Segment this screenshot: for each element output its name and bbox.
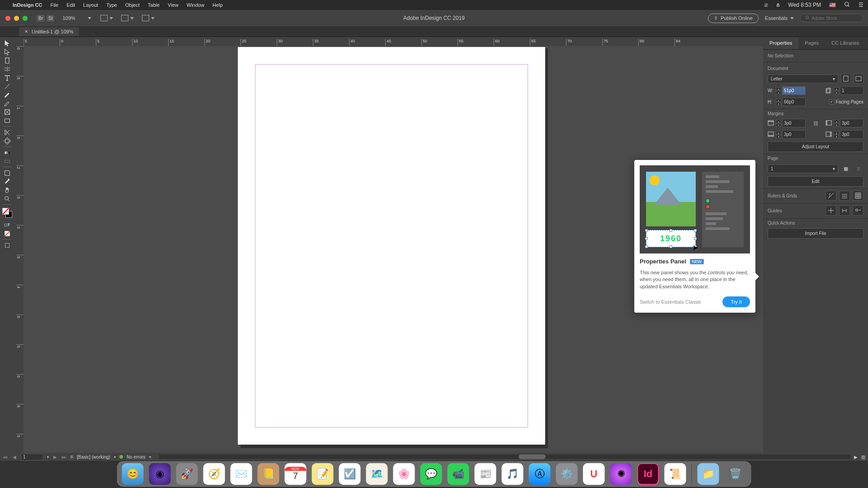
smart-guides-toggle[interactable]: [839, 206, 850, 216]
flag-icon[interactable]: 🇺🇸: [829, 2, 836, 8]
dock-settings[interactable]: ⚙️: [556, 463, 578, 485]
orientation-landscape[interactable]: [854, 74, 863, 84]
document-page[interactable]: [238, 47, 545, 445]
open-icon[interactable]: ⎘: [71, 455, 73, 460]
page-tool[interactable]: [1, 56, 14, 65]
selection-tool[interactable]: [1, 39, 14, 47]
menu-edit[interactable]: Edit: [66, 2, 75, 8]
menu-window[interactable]: Window: [187, 2, 204, 8]
height-input[interactable]: [782, 98, 806, 106]
spotlight-icon[interactable]: [844, 1, 850, 9]
try-it-button[interactable]: Try It: [722, 296, 750, 307]
direct-selection-tool[interactable]: [1, 47, 14, 56]
menu-layout[interactable]: Layout: [83, 2, 98, 8]
dock-safari[interactable]: 🧭: [203, 463, 225, 485]
apply-color-tool[interactable]: [1, 229, 14, 238]
width-input[interactable]: [782, 86, 806, 95]
new-page-button[interactable]: ▦: [841, 164, 851, 174]
dock-mail[interactable]: ✉️: [231, 463, 252, 485]
dock-app-u[interactable]: U: [583, 463, 605, 485]
menu-file[interactable]: File: [50, 2, 58, 8]
page-preset-select[interactable]: Letter▾: [768, 75, 838, 83]
snap-guides-toggle[interactable]: [853, 206, 863, 216]
margin-bottom-input[interactable]: [782, 130, 806, 139]
pen-tool[interactable]: [1, 90, 14, 99]
publish-online-button[interactable]: ⇧ Publish Online: [708, 14, 759, 23]
tab-pages[interactable]: Pages: [798, 37, 825, 49]
show-guides-toggle[interactable]: [826, 206, 836, 216]
gradient-feather-tool[interactable]: [1, 157, 14, 165]
switch-classic-link[interactable]: Switch to Essentials Classic: [640, 299, 701, 305]
zoom-tool[interactable]: [1, 194, 14, 203]
adjust-layout-button[interactable]: Adjust Layout: [768, 141, 863, 152]
width-spinner[interactable]: ▴▾: [776, 87, 781, 94]
page-select[interactable]: 1▾: [768, 164, 838, 173]
error-status[interactable]: No errors▾: [127, 455, 151, 460]
zoom-dropdown-icon[interactable]: [88, 17, 91, 19]
clock[interactable]: Wed 8:53 PM: [788, 2, 821, 8]
scissors-tool[interactable]: [1, 128, 14, 136]
scroll-right-icon[interactable]: ▶: [854, 455, 858, 460]
dock-messages[interactable]: 💬: [420, 463, 442, 485]
close-window[interactable]: [5, 16, 10, 21]
hand-tool[interactable]: [1, 186, 14, 194]
dock-launchpad[interactable]: 🚀: [176, 463, 198, 485]
controlcenter-icon[interactable]: ☰: [859, 2, 863, 8]
dock-maps[interactable]: 🗺️: [366, 463, 388, 485]
workspace-selector[interactable]: Essentials: [765, 15, 794, 21]
free-transform-tool[interactable]: [1, 136, 14, 145]
pages-count-input[interactable]: [840, 86, 863, 95]
dock-news[interactable]: 📰: [475, 463, 496, 485]
page-number-input[interactable]: [21, 454, 43, 460]
fill-stroke-swatch[interactable]: [2, 208, 12, 218]
dock-script-editor[interactable]: 📜: [665, 463, 686, 485]
dock-finder[interactable]: 😊: [122, 463, 144, 485]
menu-view[interactable]: View: [168, 2, 179, 8]
dock-calendar[interactable]: NOV7: [285, 463, 307, 485]
last-page-button[interactable]: ⏭: [61, 455, 67, 460]
document-tab[interactable]: ✕ Untitled-1 @ 109%: [19, 27, 79, 36]
dock-photos[interactable]: 🌸: [393, 463, 415, 485]
vertical-ruler[interactable]: 05152535455565: [14, 46, 24, 453]
import-file-button[interactable]: Import File: [768, 228, 863, 239]
dock-contacts[interactable]: 📒: [258, 463, 279, 485]
tab-properties[interactable]: Properties: [763, 37, 798, 49]
margin-left-input[interactable]: [840, 119, 863, 127]
margin-right-input[interactable]: [840, 130, 863, 139]
gap-tool[interactable]: [1, 65, 14, 73]
bluetooth-icon[interactable]: ⋔: [776, 2, 780, 8]
stock-button[interactable]: St: [47, 15, 54, 22]
orientation-portrait[interactable]: [841, 74, 851, 84]
dock-trash[interactable]: 🗑️: [725, 463, 746, 485]
adobe-stock-search[interactable]: [800, 14, 863, 22]
close-tab-icon[interactable]: ✕: [24, 29, 28, 34]
first-page-button[interactable]: ⏮: [3, 455, 8, 460]
eyedropper-tool[interactable]: [1, 177, 14, 186]
view-option-3[interactable]: [142, 15, 155, 21]
bridge-button[interactable]: Br: [37, 15, 45, 22]
maximize-window[interactable]: [23, 16, 28, 21]
height-spinner[interactable]: ▴▾: [776, 99, 781, 106]
type-tool[interactable]: [1, 73, 14, 82]
note-tool[interactable]: [1, 169, 14, 177]
baseline-grid-toggle[interactable]: [839, 191, 850, 201]
menu-type[interactable]: Type: [106, 2, 117, 8]
pencil-tool[interactable]: [1, 99, 14, 108]
dock-reminders[interactable]: ☑️: [339, 463, 361, 485]
gradient-swatch-tool[interactable]: [1, 148, 14, 157]
menu-help[interactable]: Help: [212, 2, 223, 8]
split-view-icon[interactable]: ▥: [861, 455, 865, 460]
prev-page-button[interactable]: ◀: [12, 455, 17, 460]
dock-siri[interactable]: ◉: [149, 463, 171, 485]
dock-facetime[interactable]: 📹: [448, 463, 469, 485]
line-tool[interactable]: [1, 82, 14, 90]
minimize-window[interactable]: [14, 16, 19, 21]
style-status[interactable]: [Basic] (working)▾: [77, 455, 116, 460]
app-name[interactable]: InDesign CC: [13, 2, 42, 8]
view-mode-tool[interactable]: [1, 241, 14, 249]
facing-pages-checkbox[interactable]: ✓Facing Pages: [829, 99, 863, 104]
zoom-input[interactable]: [62, 15, 85, 21]
view-option-1[interactable]: [100, 15, 113, 21]
rectangle-tool[interactable]: [1, 116, 14, 125]
dock-music[interactable]: 🎵: [502, 463, 524, 485]
